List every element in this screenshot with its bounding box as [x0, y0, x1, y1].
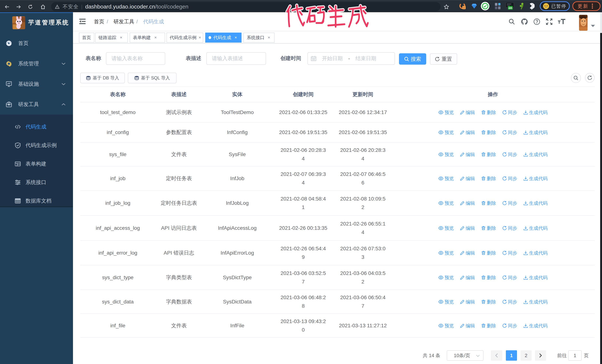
svg-text:on: on	[508, 6, 512, 10]
svg-text:1: 1	[463, 6, 465, 9]
